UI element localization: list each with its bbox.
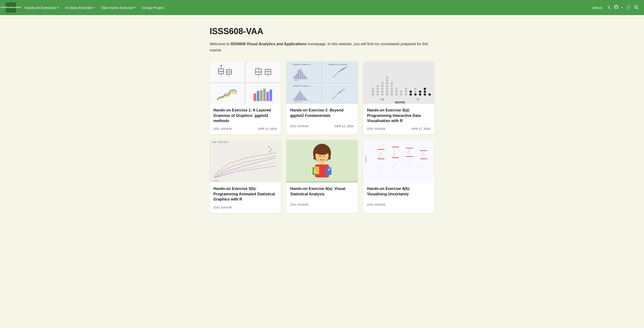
svg-point-63 (340, 91, 341, 92)
svg-point-37 (333, 76, 334, 77)
svg-point-92 (395, 93, 398, 96)
svg-point-68 (372, 93, 374, 96)
page-intro: Welcome to ISSS608 Visual Analytics and … (210, 41, 434, 53)
svg-point-122 (269, 151, 271, 153)
svg-point-154 (392, 156, 393, 157)
about-link[interactable]: About (590, 4, 604, 11)
card-6[interactable]: MATHS (363, 140, 434, 213)
svg-rect-25 (269, 90, 272, 101)
search-icon[interactable] (634, 5, 638, 10)
nav-inclass[interactable]: In-class Exercise ▾ (62, 4, 97, 11)
card-5[interactable]: α β γ Hands-on Exercise 4(a): Visual Sta… (286, 140, 358, 213)
main-content: ISSS608-VAA Welcome to ISSS608 Visual An… (204, 15, 440, 227)
svg-point-152 (395, 153, 396, 154)
svg-point-41 (341, 69, 342, 70)
svg-point-88 (390, 90, 393, 93)
svg-point-84 (386, 82, 388, 84)
svg-rect-56 (306, 99, 307, 100)
card-4-thumbnail: Year: 1952-2007 % living (210, 140, 281, 182)
svg-point-164 (423, 156, 424, 157)
svg-point-79 (381, 82, 384, 84)
card-1-body: Hands-on Exercise 1: A Layered Grammar o… (210, 104, 281, 134)
card-2-author: ZOU JIAXUN (290, 125, 308, 128)
svg-point-108 (409, 93, 412, 96)
svg-rect-54 (302, 94, 303, 101)
svg-point-111 (419, 93, 421, 96)
card-3[interactable]: 50 75 MATHS Hands-on Exercise 3(a): Prog… (363, 61, 434, 134)
svg-point-87 (390, 93, 393, 96)
svg-point-170 (394, 169, 395, 170)
site-logo[interactable]: Visual Analysis Class (6, 2, 16, 13)
svg-point-76 (381, 90, 384, 93)
svg-rect-53 (300, 91, 301, 101)
svg-point-85 (386, 79, 388, 82)
svg-point-78 (381, 85, 384, 87)
card-2-title: Hands-on Exercise 2: Beyond ggplot2 Fund… (290, 108, 354, 121)
card-2[interactable]: Distribution of Maths sco MATHS (286, 61, 358, 134)
svg-point-143 (380, 153, 381, 154)
svg-point-86 (386, 76, 388, 79)
svg-point-40 (340, 71, 340, 72)
github-chevron-icon[interactable]: ▾ (621, 6, 623, 9)
svg-point-61 (337, 94, 338, 95)
svg-point-163 (422, 154, 422, 155)
svg-line-1 (637, 8, 638, 9)
card-2-thumbnail: Distribution of Maths sco MATHS (286, 61, 358, 104)
twitter-icon[interactable]: 𝕏 (608, 5, 611, 10)
svg-point-43 (344, 68, 345, 69)
svg-point-104 (414, 88, 416, 90)
card-3-title: Hands-on Exercise 3(a): Programming Inte… (367, 108, 430, 124)
svg-point-82 (386, 88, 388, 90)
chevron-down-icon: ▾ (134, 6, 136, 9)
card-5-author: ZOU JIAXUN (290, 203, 308, 206)
card-1-title: Hands-on Exercise 1: A Layered Grammar o… (214, 108, 277, 124)
card-4[interactable]: Year: 1952-2007 % living Hands-on Exerci… (210, 140, 281, 213)
svg-rect-32 (303, 74, 305, 79)
nav-group-project[interactable]: Group Project (139, 4, 167, 11)
svg-point-113 (424, 93, 426, 96)
navbar: Visual Analysis Class Hands-on Exerciese… (0, 0, 644, 15)
svg-point-73 (376, 88, 379, 90)
svg-point-146 (379, 156, 380, 157)
card-1-author: ZOU JIAXUN (214, 127, 232, 131)
svg-point-65 (344, 89, 344, 90)
page-title: ISSS608-VAA (210, 26, 434, 36)
svg-point-169 (392, 166, 393, 167)
svg-point-171 (408, 165, 409, 166)
card-1[interactable]: Hands-on Exercise 1: A Layered Grammar o… (210, 61, 281, 134)
svg-point-144 (379, 154, 380, 155)
svg-point-66 (334, 97, 335, 98)
svg-rect-23 (263, 89, 266, 101)
nav-takehome[interactable]: Take-home Exercise ▾ (98, 4, 138, 11)
github-icon[interactable] (614, 5, 618, 10)
svg-point-69 (372, 90, 374, 93)
link-icon[interactable]: 🔗 (626, 5, 631, 10)
svg-point-153 (394, 154, 394, 155)
svg-point-72 (376, 90, 379, 93)
card-3-thumbnail: 50 75 MATHS (363, 61, 434, 104)
svg-point-147 (378, 157, 379, 158)
nav-links: Hands-on Exerciese ▾ In-class Exercise ▾… (22, 4, 588, 11)
svg-point-127 (314, 145, 330, 155)
nav-hands-on[interactable]: Hands-on Exerciese ▾ (22, 4, 62, 11)
svg-text:% living: % living (212, 179, 219, 182)
svg-text:MATHS: MATHS (364, 156, 366, 162)
svg-text:Year: 1952-2007: Year: 1952-2007 (212, 141, 228, 143)
svg-point-91 (390, 82, 393, 84)
card-1-meta: ZOU JIAXUN APR 13, 2024 (214, 127, 277, 131)
card-3-author: ZOU JIAXUN (367, 127, 386, 131)
svg-point-45 (335, 75, 336, 76)
svg-point-151 (393, 152, 394, 153)
svg-text:75: 75 (416, 98, 419, 101)
svg-point-116 (428, 93, 430, 96)
svg-text:MATHS: MATHS (294, 80, 299, 81)
card-1-date: APR 13, 2024 (258, 127, 277, 131)
card-4-body: Hands-on Exercise 3(b): Programming Anim… (210, 182, 281, 213)
svg-rect-51 (296, 95, 298, 101)
svg-point-48 (343, 68, 344, 69)
svg-text:Distribution of Maths sco: Distribution of Maths sco (293, 64, 310, 65)
svg-point-97 (404, 93, 407, 96)
svg-rect-30 (300, 69, 301, 79)
svg-point-157 (408, 151, 409, 152)
svg-rect-129 (328, 153, 330, 160)
